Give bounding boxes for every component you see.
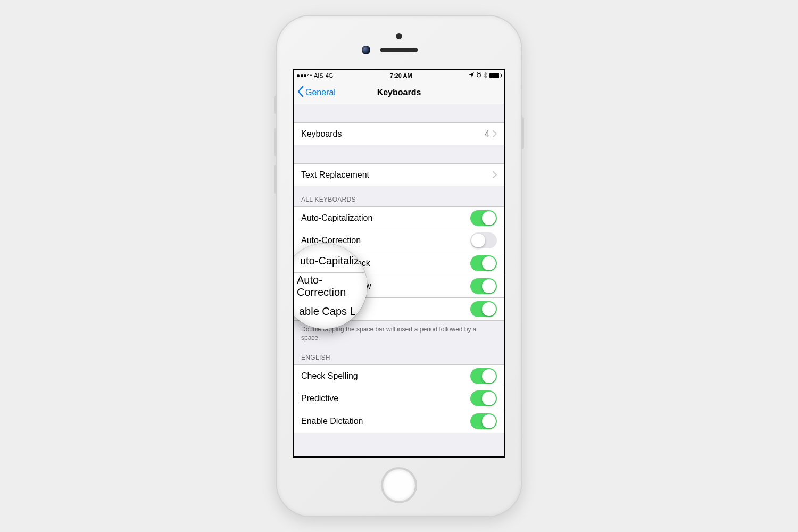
- english-row[interactable]: Enable Dictation: [294, 410, 504, 433]
- back-button[interactable]: General: [297, 86, 336, 99]
- row-label: Auto-Capitalization: [301, 213, 470, 223]
- network-label: 4G: [326, 72, 334, 79]
- english-row[interactable]: Check Spelling: [294, 364, 504, 387]
- toggle-switch[interactable]: [470, 210, 497, 226]
- chevron-right-icon: [493, 171, 497, 178]
- screen: AIS 4G 7:20 AM: [293, 69, 505, 458]
- settings-content[interactable]: Keyboards 4 Text Replacement ALL KEYBOAR…: [294, 104, 504, 456]
- section-header-all-keyboards: ALL KEYBOARDS: [294, 186, 504, 206]
- row-label: Predictive: [301, 394, 470, 403]
- svg-line-1: [477, 73, 478, 74]
- keyboards-row[interactable]: Keyboards 4: [294, 122, 504, 145]
- toggle-switch[interactable]: [470, 232, 497, 248]
- location-icon: [469, 72, 474, 79]
- earpiece-speaker: [380, 48, 418, 52]
- signal-strength-icon: [297, 74, 312, 77]
- page-title: Keyboards: [377, 88, 421, 97]
- svg-point-0: [477, 73, 480, 77]
- chevron-left-icon: [297, 86, 304, 99]
- toggle-switch[interactable]: [470, 390, 497, 406]
- magnifier-focus-row: Auto-Correction: [294, 272, 367, 300]
- toggle-switch[interactable]: [470, 255, 497, 271]
- alarm-icon: [476, 72, 481, 79]
- bluetooth-icon: [484, 72, 487, 79]
- navigation-bar: General Keyboards: [294, 81, 504, 104]
- chevron-right-icon: [493, 130, 497, 137]
- battery-icon: [489, 73, 501, 78]
- volume-down-button: [274, 165, 277, 194]
- clock: 7:20 AM: [390, 72, 412, 79]
- row-label: Keyboards: [301, 129, 485, 139]
- front-camera: [362, 46, 370, 54]
- volume-up-button: [274, 128, 277, 156]
- section-header-english: ENGLISH: [294, 344, 504, 364]
- toggle-switch[interactable]: [470, 413, 497, 429]
- all-keyboards-row[interactable]: Auto-Capitalization: [294, 206, 504, 229]
- home-button[interactable]: [381, 467, 417, 503]
- status-bar: AIS 4G 7:20 AM: [294, 70, 504, 81]
- back-label: General: [305, 88, 336, 97]
- proximity-sensor: [396, 33, 402, 39]
- english-row[interactable]: Predictive: [294, 387, 504, 410]
- mute-switch: [274, 96, 277, 114]
- toggle-switch[interactable]: [470, 301, 497, 317]
- row-label: Text Replacement: [301, 170, 493, 180]
- power-button: [521, 117, 524, 149]
- text-replacement-row[interactable]: Text Replacement: [294, 163, 504, 186]
- carrier-label: AIS: [314, 72, 323, 79]
- svg-line-2: [480, 73, 481, 74]
- row-label: Check Spelling: [301, 371, 470, 381]
- toggle-switch[interactable]: [470, 368, 497, 384]
- keyboards-count: 4: [485, 129, 489, 139]
- iphone-frame: AIS 4G 7:20 AM: [277, 16, 521, 516]
- row-label: Enable Dictation: [301, 417, 470, 426]
- toggle-switch[interactable]: [470, 278, 497, 294]
